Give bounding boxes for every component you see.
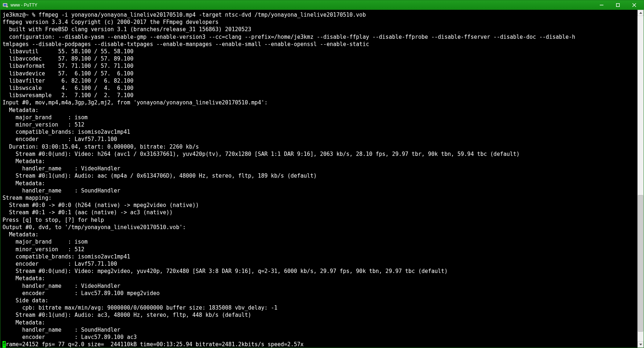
terminal-line: libswresample 2. 7.100 / 2. 7.100 <box>3 92 133 99</box>
terminal[interactable]: je3kmz@~ % ffmpeg -i yonayona/yonayona_l… <box>0 10 637 348</box>
scrollbar-track[interactable] <box>637 16 644 341</box>
terminal-line: encoder : Lavf57.71.100 <box>3 136 117 142</box>
terminal-line: tmlpages --disable-podpages --disable-tx… <box>3 41 369 47</box>
terminal-line: Side data: <box>3 297 48 304</box>
content-row: je3kmz@~ % ffmpeg -i yonayona/yonayona_l… <box>0 10 644 348</box>
terminal-line: configuration: --disable-yasm --enable-g… <box>3 34 575 40</box>
terminal-line: Press [q] to stop, [?] for help <box>3 217 104 223</box>
terminal-line: libavformat 57. 71.100 / 57. 71.100 <box>3 63 133 69</box>
terminal-line: ffmpeg version 3.3.4 Copyright (c) 2000-… <box>3 19 219 25</box>
terminal-line: Metadata: <box>3 275 45 282</box>
terminal-line: libavdevice 57. 6.100 / 57. 6.100 <box>3 70 133 77</box>
terminal-line: Metadata: <box>3 319 45 326</box>
terminal-line: Metadata: <box>3 180 45 187</box>
window-title: www - PuTTY <box>11 3 37 8</box>
terminal-line: major_brand : isom <box>3 114 88 121</box>
putty-icon <box>3 2 8 8</box>
prompt: je3kmz@~ % <box>3 12 38 18</box>
terminal-line: Metadata: <box>3 107 38 113</box>
terminal-line: encoder : Lavc57.89.100 ac3 <box>3 334 137 340</box>
terminal-line: handler_name : VideoHandler <box>3 283 120 289</box>
terminal-line: minor_version : 512 <box>3 121 84 128</box>
svg-rect-4 <box>616 4 619 7</box>
status-line: rame=24152 fps= 77 q=2.0 size= 244110kB … <box>6 341 304 348</box>
terminal-line: major_brand : isom <box>3 239 88 245</box>
scrollbar-thumb[interactable] <box>638 195 643 332</box>
terminal-line: handler_name : SoundHandler <box>3 327 120 333</box>
terminal-line: Duration: 03:00:15.04, start: 0.000000, … <box>3 144 199 150</box>
terminal-line: Metadata: <box>3 158 45 165</box>
terminal-line: cpb: bitrate max/min/avg: 9000000/0/6000… <box>3 304 278 311</box>
minimize-button[interactable] <box>593 1 610 9</box>
terminal-line: Stream #0:1(und): Audio: aac (mp4a / 0x6… <box>3 173 317 179</box>
terminal-line: Stream #0:0(und): Video: mpeg2video, yuv… <box>3 268 448 274</box>
titlebar[interactable]: www - PuTTY <box>0 0 644 10</box>
terminal-line: Metadata: <box>3 231 38 238</box>
terminal-line: encoder : Lavc57.89.100 mpeg2video <box>3 290 159 297</box>
maximize-button[interactable] <box>610 1 626 9</box>
terminal-line: libavfilter 6. 82.100 / 6. 82.100 <box>3 78 133 84</box>
terminal-line: handler_name : SoundHandler <box>3 187 120 194</box>
terminal-line: Stream #0:0(und): Video: h264 (avc1 / 0x… <box>3 151 520 157</box>
terminal-line: Stream #0:1(und): Audio: ac3, 48000 Hz, … <box>3 312 251 318</box>
terminal-line: Stream mapping: <box>3 195 51 201</box>
scrollbar[interactable] <box>637 10 644 348</box>
chevron-down-icon <box>639 344 642 345</box>
terminal-line: handler_name : VideoHandler <box>3 165 120 172</box>
scroll-up-button[interactable] <box>637 10 644 16</box>
terminal-line: libswscale 4. 6.100 / 4. 6.100 <box>3 85 133 91</box>
terminal-line: built with FreeBSD clang version 3.1 (br… <box>3 26 251 33</box>
terminal-line: compatible_brands: isomiso2avc1mp41 <box>3 253 130 260</box>
terminal-line: encoder : Lavf57.71.100 <box>3 261 117 267</box>
scroll-down-button[interactable] <box>637 341 644 348</box>
svg-rect-2 <box>6 6 8 7</box>
svg-rect-1 <box>4 4 7 6</box>
terminal-line: libavutil 55. 58.100 / 55. 58.100 <box>3 48 133 55</box>
cursor: f <box>3 341 6 348</box>
terminal-line: minor_version : 512 <box>3 246 84 253</box>
terminal-line: Stream #0:1 -> #0:1 (aac (native) -> ac3… <box>3 209 173 216</box>
terminal-line: compatible_brands: isomiso2avc1mp41 <box>3 129 130 135</box>
close-button[interactable] <box>626 1 642 9</box>
putty-window: www - PuTTY je3kmz@~ % ffmpeg -i yonayon… <box>0 0 644 348</box>
terminal-line: Stream #0:0 -> #0:0 (h264 (native) -> mp… <box>3 202 199 208</box>
terminal-line: Output #0, dvd, to '/tmp/yonayona_lineli… <box>3 224 186 231</box>
terminal-line: libavcodec 57. 89.100 / 57. 89.100 <box>3 55 133 62</box>
command: ffmpeg -i yonayona/yonayona_linelive2017… <box>38 12 366 18</box>
close-icon <box>632 3 636 7</box>
minimize-icon <box>600 3 603 7</box>
terminal-line: Input #0, mov,mp4,m4a,3gp,3g2,mj2, from … <box>3 99 268 106</box>
chevron-up-icon <box>639 12 642 14</box>
maximize-icon <box>616 3 620 7</box>
